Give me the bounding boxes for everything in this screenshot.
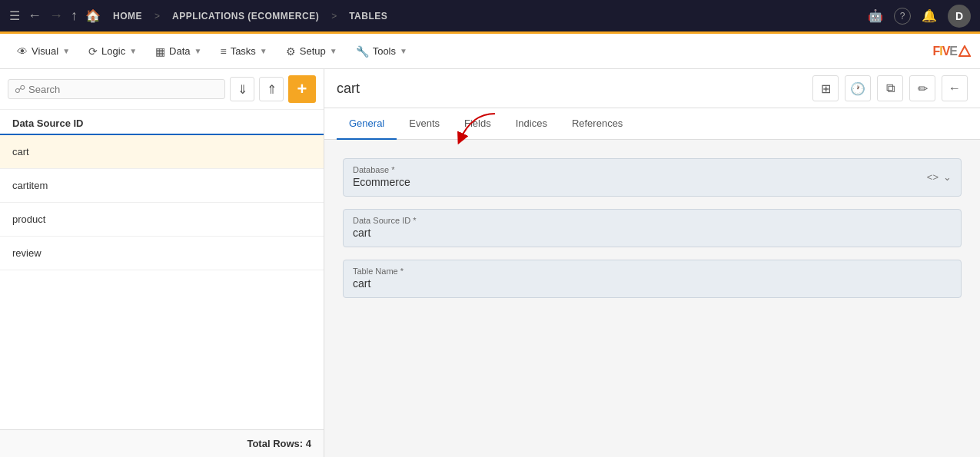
download-btn[interactable]: ⇓ <box>230 77 254 101</box>
datasource-field-inner: Data Source ID * cart <box>343 209 962 247</box>
tab-references[interactable]: References <box>560 108 635 140</box>
help-icon[interactable]: ? <box>894 8 911 25</box>
database-value: Ecommerce <box>353 176 410 188</box>
setup-arrow: ▼ <box>330 47 337 55</box>
five-logo: FIVE <box>932 45 971 58</box>
nav-logic[interactable]: ⟳ Logic ▼ <box>81 41 145 62</box>
form-field-database: Database * Ecommerce <> ⌄ <box>343 158 962 197</box>
chevron-down-icon[interactable]: ⌄ <box>943 171 952 183</box>
list-item-cart[interactable]: cart <box>0 135 324 169</box>
tasks-label: Tasks <box>231 45 256 57</box>
back-btn[interactable]: ← <box>942 75 968 101</box>
database-field-controls: <> ⌄ <box>927 171 952 183</box>
home-icon: 🏠 <box>85 8 101 23</box>
data-icon: ▦ <box>155 45 165 58</box>
add-btn[interactable]: + <box>288 75 316 103</box>
sidebar-list: cart cartitem product review <box>0 135 324 429</box>
database-field-inner: Database * Ecommerce <> ⌄ <box>343 158 962 197</box>
visual-icon: 👁 <box>17 45 28 58</box>
sidebar-header: Data Source ID <box>0 110 324 135</box>
search-container: ☍ <box>8 79 225 99</box>
avatar[interactable]: D <box>948 5 971 28</box>
tables-nav-btn[interactable]: TABLES <box>344 8 392 25</box>
sidebar: ☍ ⇓ ⇑ + Data Source ID cart cartitem pro… <box>0 69 324 457</box>
nav-data[interactable]: ▦ Data ▼ <box>148 41 209 62</box>
nav-tasks[interactable]: ≡ Tasks ▼ <box>212 41 274 62</box>
tools-label: Tools <box>373 45 396 57</box>
top-nav-right: 🤖 ? 🔔 D <box>868 5 971 28</box>
setup-icon: ⚙ <box>286 45 296 58</box>
copy-btn[interactable]: ⧉ <box>877 75 903 101</box>
sidebar-footer: Total Rows: 4 <box>0 429 324 457</box>
content-title: cart <box>337 81 803 97</box>
five-logo-icon <box>958 45 971 58</box>
svg-marker-0 <box>959 46 970 56</box>
tab-events[interactable]: Events <box>397 108 452 140</box>
tabs-bar: General Events Fields Indices References <box>324 108 980 140</box>
search-icon: ☍ <box>15 83 25 95</box>
top-navbar: ☰ ← → ↑ 🏠 HOME > APPLICATIONS (ECOMMERCE… <box>0 0 980 34</box>
database-label: Database * <box>353 165 927 174</box>
up-icon[interactable]: ↑ <box>71 8 78 24</box>
content-area: cart ⊞ 🕐 ⧉ ✏ ← General Events Fields Ind… <box>324 69 980 457</box>
upload-btn[interactable]: ⇑ <box>259 77 284 101</box>
edit-btn[interactable]: ✏ <box>909 75 935 101</box>
content-header: cart ⊞ 🕐 ⧉ ✏ ← <box>324 69 980 108</box>
history-btn[interactable]: 🕐 <box>845 75 871 101</box>
robot-icon[interactable]: 🤖 <box>868 8 883 23</box>
nav-separator-2: > <box>331 11 337 22</box>
setup-label: Setup <box>300 45 326 57</box>
nav-setup[interactable]: ⚙ Setup ▼ <box>278 41 345 62</box>
datasource-label: Data Source ID * <box>353 216 952 225</box>
main-layout: ☍ ⇓ ⇑ + Data Source ID cart cartitem pro… <box>0 69 980 457</box>
nav-tools[interactable]: 🔧 Tools ▼ <box>348 41 415 62</box>
nav-visual[interactable]: 👁 Visual ▼ <box>9 41 78 62</box>
datasource-value: cart <box>353 227 370 239</box>
tools-arrow: ▼ <box>400 47 407 55</box>
logic-icon: ⟳ <box>88 45 98 58</box>
database-field-text: Database * Ecommerce <box>353 165 927 188</box>
sidebar-toolbar: ☍ ⇓ ⇑ + <box>0 69 324 110</box>
back-icon[interactable]: ← <box>28 8 42 24</box>
tab-content-general: Database * Ecommerce <> ⌄ Data Source ID… <box>324 140 980 457</box>
bell-icon[interactable]: 🔔 <box>922 8 937 23</box>
search-input[interactable] <box>28 84 218 95</box>
visual-arrow: ▼ <box>62 47 70 55</box>
data-label: Data <box>169 45 190 57</box>
nav-separator-1: > <box>154 11 160 22</box>
tab-fields[interactable]: Fields <box>452 108 503 140</box>
applications-nav-btn[interactable]: APPLICATIONS (ECOMMERCE) <box>168 8 324 25</box>
second-navbar: 👁 Visual ▼ ⟳ Logic ▼ ▦ Data ▼ ≡ Tasks ▼ … <box>0 34 980 69</box>
tasks-arrow: ▼ <box>260 47 267 55</box>
list-item-review[interactable]: review <box>0 237 324 270</box>
tablename-label: Table Name * <box>353 267 952 276</box>
content-toolbar: ⊞ 🕐 ⧉ ✏ ← <box>812 75 968 101</box>
form-field-datasource: Data Source ID * cart <box>343 209 962 247</box>
tasks-icon: ≡ <box>220 45 226 58</box>
data-arrow: ▼ <box>194 47 202 55</box>
visual-label: Visual <box>32 45 58 57</box>
menu-icon[interactable]: ☰ <box>9 8 20 23</box>
tab-indices[interactable]: Indices <box>503 108 560 140</box>
form-field-tablename: Table Name * cart <box>343 260 962 298</box>
total-rows-count: 4 <box>306 438 311 449</box>
tablename-field-inner: Table Name * cart <box>343 260 962 298</box>
logic-label: Logic <box>101 45 125 57</box>
grid-view-btn[interactable]: ⊞ <box>812 75 839 101</box>
list-item-product[interactable]: product <box>0 203 324 237</box>
tablename-value: cart <box>353 277 370 290</box>
logic-arrow: ▼ <box>129 47 137 55</box>
code-icon[interactable]: <> <box>927 171 938 183</box>
home-nav-btn[interactable]: HOME <box>108 8 147 25</box>
list-item-cartitem[interactable]: cartitem <box>0 169 324 203</box>
tools-icon: 🔧 <box>356 45 369 58</box>
forward-icon[interactable]: → <box>49 8 63 24</box>
total-rows-label: Total Rows: <box>247 438 303 449</box>
tab-general[interactable]: General <box>337 108 397 140</box>
